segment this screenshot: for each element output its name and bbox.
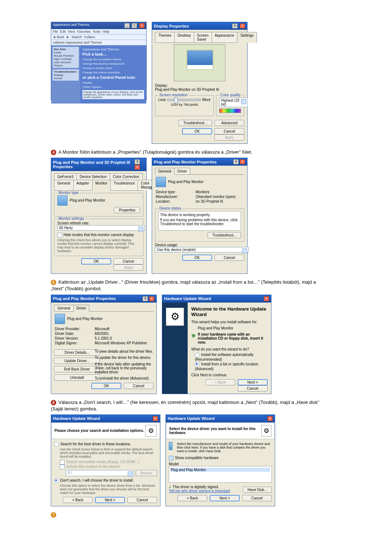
- resolution-value: 1024 by 768 pixels: [158, 103, 211, 106]
- menu-help[interactable]: Help: [102, 30, 109, 33]
- why-signing-link[interactable]: Tell me why driver signing is important: [169, 489, 230, 493]
- back-button[interactable]: ◄ Back: [53, 35, 64, 39]
- next-button[interactable]: Next >: [95, 497, 125, 503]
- close-icon[interactable]: ×: [267, 416, 273, 421]
- color-bar: [219, 109, 241, 113]
- menu-fav[interactable]: Favorites: [77, 30, 90, 33]
- model-list[interactable]: Plug and Play Monitor: [169, 466, 272, 483]
- properties-button[interactable]: Properties: [114, 207, 140, 213]
- next-button[interactable]: Next >: [238, 379, 268, 385]
- menu-edit[interactable]: Edit: [60, 30, 66, 33]
- chk-compatible[interactable]: [169, 456, 173, 461]
- tab-settings[interactable]: Settings: [237, 32, 257, 43]
- help-icon[interactable]: ?: [232, 23, 238, 29]
- search-button[interactable]: Search: [72, 35, 82, 39]
- side-link[interactable]: User Account Picture: [54, 61, 71, 67]
- ok-button[interactable]: OK: [182, 255, 212, 261]
- cp-icon-folder[interactable]: Folder Options: [82, 85, 144, 89]
- help-icon[interactable]: ?: [142, 296, 148, 301]
- menu-tools[interactable]: Tools: [93, 30, 100, 33]
- tab-general[interactable]: General: [54, 180, 74, 190]
- apply-button: Apply: [215, 134, 244, 141]
- hide-modes-checkbox[interactable]: [57, 233, 62, 238]
- help-icon[interactable]: ?: [233, 159, 239, 165]
- tab-screensaver[interactable]: Screen Saver: [194, 32, 212, 42]
- cancel-button[interactable]: Cancel: [114, 258, 143, 264]
- maximize-icon[interactable]: □: [131, 23, 137, 28]
- instruction-5: 5Kattintson az „Update Driver..." (Drive…: [51, 279, 327, 292]
- radio-list[interactable]: [195, 362, 200, 367]
- ok-button[interactable]: OK: [91, 383, 121, 389]
- side-link[interactable]: Display: [54, 73, 63, 77]
- cancel-button[interactable]: Cancel: [215, 128, 244, 134]
- device-usage-select[interactable]: Use this device (enable): [155, 247, 249, 252]
- task-link[interactable]: Change the desktop background: [82, 62, 144, 65]
- troubleshoot-button[interactable]: Troubleshoot...: [179, 120, 212, 126]
- minimize-icon[interactable]: _: [124, 23, 130, 28]
- tab-troubleshoot[interactable]: Troubleshoot: [110, 180, 138, 190]
- ok-button[interactable]: OK: [182, 128, 212, 134]
- cancel-button[interactable]: Cancel: [124, 383, 154, 389]
- model-item[interactable]: Plug and Play Monitor: [171, 468, 270, 472]
- chk-compatible-label: Show compatible hardware: [175, 456, 219, 460]
- cancel-button[interactable]: Cancel: [242, 495, 272, 501]
- tab-driver[interactable]: Driver: [73, 305, 90, 312]
- side-link[interactable]: Sound: [54, 77, 62, 80]
- tab-themes[interactable]: Themes: [155, 32, 175, 42]
- resolution-slider[interactable]: [167, 99, 201, 101]
- back-button[interactable]: < Back: [63, 497, 93, 503]
- tab-colorcorr[interactable]: Color Correction: [110, 173, 143, 180]
- close-icon[interactable]: ×: [139, 23, 145, 28]
- version-label: Driver Version:: [55, 336, 87, 340]
- tab-driver[interactable]: Driver: [174, 168, 191, 174]
- radio-search[interactable]: [54, 442, 59, 447]
- tab-devsel[interactable]: Device Selection: [76, 173, 110, 180]
- troubleshoot-button[interactable]: Troubleshoot...: [208, 232, 241, 238]
- advanced-button[interactable]: Advanced: [215, 120, 244, 126]
- menu-view[interactable]: View: [68, 30, 75, 33]
- ok-button[interactable]: OK: [81, 258, 111, 264]
- help-icon[interactable]: ?: [134, 159, 140, 165]
- path-select: A:\: [66, 470, 134, 476]
- monitor-type-value: Plug and Play Monitor: [70, 198, 105, 202]
- side-link[interactable]: Mouse Pointers: [54, 54, 74, 57]
- have-disk-button[interactable]: Have Disk...: [243, 487, 272, 493]
- side-link[interactable]: Fonts: [54, 51, 61, 54]
- radio-list-label: Install from a list or specific location…: [195, 362, 258, 371]
- close-icon[interactable]: ×: [149, 296, 155, 301]
- cancel-button[interactable]: Cancel: [215, 255, 244, 261]
- close-icon[interactable]: ×: [152, 416, 158, 421]
- next-button[interactable]: Next >: [210, 495, 240, 501]
- tab-geforce[interactable]: GeForce3: [54, 173, 77, 180]
- tab-monitor[interactable]: Monitor: [92, 180, 111, 191]
- task-link[interactable]: Change the screen resolution: [82, 71, 144, 74]
- back-button[interactable]: < Back: [177, 495, 207, 501]
- color-quality-select[interactable]: Highest (32 bit): [219, 98, 248, 107]
- menu-file[interactable]: File: [53, 30, 58, 33]
- cancel-button[interactable]: Cancel: [238, 385, 268, 392]
- hw-wizard-welcome-window: Hardware Update Wizard × ⚙ Welcome to th…: [162, 295, 271, 394]
- address-bar[interactable]: Address Appearance and Themes: [51, 40, 146, 45]
- cancel-button[interactable]: Cancel: [127, 497, 157, 503]
- folders-button[interactable]: Folders: [84, 35, 95, 39]
- task-link[interactable]: Change the computer's theme: [82, 58, 144, 61]
- tab-general[interactable]: General: [155, 168, 175, 175]
- cp-icon-display[interactable]: Display: [82, 81, 144, 84]
- task-link[interactable]: Choose a screen saver: [82, 66, 144, 70]
- forward-button[interactable]: ►: [66, 35, 69, 39]
- close-icon[interactable]: ×: [134, 165, 140, 170]
- refresh-select[interactable]: 60 Hertz: [57, 225, 145, 231]
- close-icon[interactable]: ×: [240, 23, 245, 29]
- close-icon[interactable]: ×: [264, 296, 269, 301]
- tab-appearance[interactable]: Appearance: [212, 32, 238, 42]
- radio-auto[interactable]: [195, 353, 200, 357]
- radio-dont-search-label: Don't search. I will choose the driver t…: [60, 478, 134, 482]
- tab-adapter[interactable]: Adapter: [73, 180, 93, 190]
- tab-general[interactable]: General: [54, 305, 74, 311]
- nav-toolbar: ◄ Back ► Search Folders: [51, 35, 146, 40]
- side-link[interactable]: High Contrast: [54, 57, 72, 61]
- select-hint: Select the manufacturer and model of you…: [177, 442, 272, 453]
- close-icon[interactable]: ×: [240, 159, 245, 165]
- tab-desktop[interactable]: Desktop: [174, 32, 194, 42]
- radio-dont-search[interactable]: [54, 478, 59, 483]
